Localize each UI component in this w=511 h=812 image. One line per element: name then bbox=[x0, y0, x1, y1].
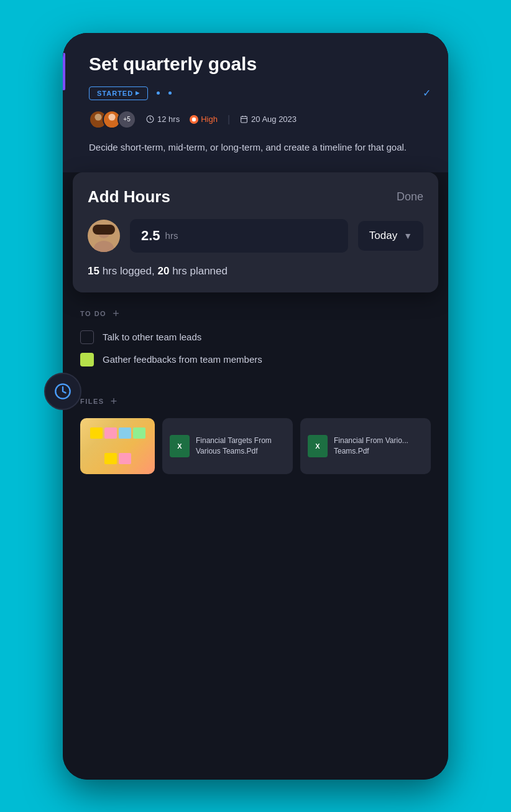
check-icon: ✓ bbox=[423, 87, 431, 99]
calendar-icon bbox=[240, 115, 248, 123]
hours-input-field[interactable]: 2.5 hrs bbox=[130, 219, 348, 253]
time-icon bbox=[146, 115, 154, 123]
sticky-green bbox=[133, 427, 145, 439]
todo-label: TO DO bbox=[80, 310, 106, 317]
user-avatar bbox=[88, 220, 120, 252]
files-section: FILES + bbox=[63, 390, 448, 489]
file-card-1[interactable]: X Financial Targets From Various Teams.P… bbox=[162, 418, 293, 474]
avatars: +5 bbox=[89, 110, 136, 129]
hours-value: 2.5 bbox=[141, 228, 160, 244]
sticky-yellow-2 bbox=[104, 453, 117, 464]
sticky-pink bbox=[104, 427, 117, 439]
summary-text-1: hrs logged, bbox=[99, 265, 158, 277]
sticky-blue bbox=[119, 427, 131, 439]
file-thumb-img bbox=[80, 418, 155, 474]
user-avatar-img bbox=[88, 220, 120, 252]
svg-point-3 bbox=[108, 113, 115, 120]
file-name-1: Financial Targets From Various Teams.Pdf bbox=[196, 436, 285, 457]
files-add-button[interactable]: + bbox=[111, 395, 117, 408]
checkbox-2-filled[interactable] bbox=[80, 353, 94, 366]
file-info-1: Financial Targets From Various Teams.Pdf bbox=[196, 436, 285, 457]
svg-point-6 bbox=[192, 117, 196, 121]
add-hours-modal: Add Hours Done 2. bbox=[73, 172, 438, 292]
meta-divider: | bbox=[228, 114, 230, 125]
outer-container: Set quarterly goals STARTED ✓ bbox=[0, 0, 511, 812]
svg-point-2 bbox=[93, 121, 104, 128]
done-button[interactable]: Done bbox=[397, 190, 423, 203]
task-description: Decide short-term, mid-term, or long-ter… bbox=[89, 140, 431, 155]
priority-meta: High bbox=[190, 114, 218, 124]
task-section: Set quarterly goals STARTED ✓ bbox=[63, 33, 448, 172]
files-header: FILES + bbox=[80, 395, 431, 408]
priority-label: High bbox=[201, 114, 218, 124]
svg-point-4 bbox=[106, 121, 118, 128]
task-title: Set quarterly goals bbox=[89, 53, 431, 75]
date-option: Today bbox=[369, 230, 397, 242]
status-row: STARTED ✓ bbox=[89, 86, 431, 100]
avatar-count: +5 bbox=[117, 110, 136, 129]
phone-frame: Set quarterly goals STARTED ✓ bbox=[63, 33, 448, 780]
clock-bubble bbox=[44, 373, 81, 410]
status-badge[interactable]: STARTED bbox=[89, 86, 148, 100]
date-meta: 20 Aug 2023 bbox=[240, 114, 297, 124]
checkbox-1[interactable] bbox=[80, 330, 94, 344]
date-dropdown[interactable]: Today ▼ bbox=[358, 221, 423, 251]
phone-inner: Set quarterly goals STARTED ✓ bbox=[63, 33, 448, 780]
time-value: 12 hrs bbox=[157, 114, 180, 124]
todo-header: TO DO + bbox=[80, 307, 431, 320]
sticky-yellow bbox=[90, 427, 103, 439]
meta-row: +5 12 hrs bbox=[89, 110, 431, 129]
dot-1 bbox=[157, 91, 160, 95]
clock-icon bbox=[54, 383, 71, 400]
svg-rect-7 bbox=[241, 116, 247, 123]
svg-rect-13 bbox=[93, 225, 115, 235]
planned-hours: 20 bbox=[157, 265, 169, 277]
hours-summary: 15 hrs logged, 20 hrs planned bbox=[88, 265, 423, 278]
todo-add-button[interactable]: + bbox=[113, 307, 119, 320]
todo-text-2: Gather feedbacks from team members bbox=[103, 354, 262, 365]
sticky-pink-2 bbox=[119, 453, 131, 464]
file-name-2: Financial From Vario... Teams.Pdf bbox=[334, 436, 423, 457]
priority-dot bbox=[190, 115, 198, 124]
time-meta: 12 hrs bbox=[146, 114, 180, 124]
summary-text-2: hrs planned bbox=[169, 265, 228, 277]
files-label: FILES bbox=[80, 398, 104, 405]
modal-header: Add Hours Done bbox=[88, 187, 423, 207]
files-grid: X Financial Targets From Various Teams.P… bbox=[80, 418, 431, 474]
priority-icon bbox=[191, 117, 196, 122]
logged-hours: 15 bbox=[88, 265, 99, 277]
dot-2 bbox=[168, 91, 172, 95]
todo-item-1[interactable]: Talk to other team leads bbox=[80, 330, 431, 344]
hours-unit: hrs bbox=[165, 230, 178, 241]
excel-icon-1: X bbox=[170, 435, 190, 457]
excel-icon-2: X bbox=[308, 435, 328, 457]
file-card-2[interactable]: X Financial From Vario... Teams.Pdf bbox=[300, 418, 431, 474]
file-info-2: Financial From Vario... Teams.Pdf bbox=[334, 436, 423, 457]
todo-section: TO DO + Talk to other team leads Gather … bbox=[63, 292, 448, 390]
purple-accent bbox=[63, 53, 65, 90]
todo-item-2[interactable]: Gather feedbacks from team members bbox=[80, 353, 431, 366]
date-value: 20 Aug 2023 bbox=[251, 114, 297, 124]
file-thumb-image[interactable] bbox=[80, 418, 155, 474]
modal-title: Add Hours bbox=[88, 187, 170, 207]
chevron-down-icon: ▼ bbox=[403, 231, 412, 241]
todo-text-1: Talk to other team leads bbox=[103, 332, 201, 342]
hours-input-row: 2.5 hrs Today ▼ bbox=[88, 219, 423, 253]
svg-point-1 bbox=[94, 113, 101, 120]
